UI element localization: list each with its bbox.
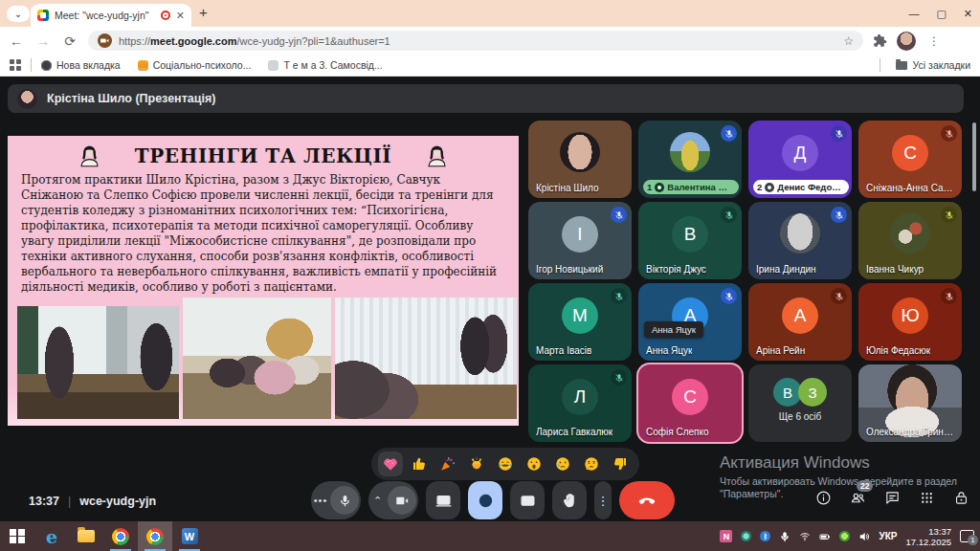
taskbar-clock[interactable]: 13:3717.12.2025 — [905, 526, 951, 547]
participant-tile[interactable]: Іванна Чикур — [858, 202, 962, 279]
overflow-participant-avatar: З — [798, 378, 827, 407]
reactions-button[interactable] — [468, 481, 502, 519]
address-bar[interactable]: https://meet.google.com/wce-yudg-yjn?pli… — [88, 31, 863, 51]
reaction-thumbs-down-button[interactable] — [608, 452, 633, 476]
mic-options-icon[interactable]: ••• — [311, 495, 330, 506]
slide-title: ТРЕНІНГИ ТА ЛЕКЦІЇ — [135, 144, 391, 167]
participant-tile[interactable]: ІІгор Новицький — [528, 202, 632, 279]
camera-options-icon[interactable]: ⌃ — [368, 495, 388, 507]
chat-button[interactable] — [884, 490, 901, 510]
start-button[interactable] — [0, 521, 34, 551]
participant-tile[interactable]: ЮЮлія Федасюк — [858, 283, 962, 361]
raise-hand-button[interactable] — [552, 481, 587, 519]
window-minimize-button[interactable]: — — [908, 8, 919, 19]
participant-tile[interactable]: ЛЛариса Гавкалюк — [528, 364, 632, 442]
end-call-button[interactable] — [619, 481, 675, 519]
browser-tab-meet[interactable]: Meet: "wce-yudg-yjn" ✕ — [31, 4, 191, 27]
camera-button[interactable]: ⌃ — [368, 481, 418, 519]
mic-muted-icon — [831, 288, 847, 304]
reaction-wow-button[interactable] — [522, 452, 546, 476]
host-controls-button[interactable] — [953, 490, 969, 510]
site-camera-icon — [98, 33, 112, 48]
tab-search-button[interactable]: ⌄ — [7, 6, 30, 22]
participant-tile[interactable]: Д2Денис Федорняк — [748, 121, 852, 198]
participant-tile[interactable]: Олександра Гринчук — [858, 364, 962, 442]
participant-name: Вікторія Джус — [646, 264, 706, 275]
chrome-icon[interactable] — [103, 521, 138, 551]
participant-tile[interactable]: ССофія Слепко — [638, 364, 742, 442]
participant-tile[interactable]: ВЗЩе 6 осіб — [748, 364, 852, 442]
forward-button[interactable]: → — [34, 33, 52, 49]
present-screen-button[interactable] — [426, 481, 460, 519]
reaction-cry-button[interactable] — [550, 452, 575, 476]
participant-tile[interactable]: ССніжана-Анна Савчук — [858, 121, 962, 198]
word-icon[interactable]: W — [172, 521, 207, 551]
back-button[interactable]: ← — [8, 33, 25, 49]
notification-center-icon[interactable]: 1 — [960, 530, 974, 542]
reaction-heart-button[interactable] — [378, 452, 403, 476]
battery-icon[interactable] — [819, 531, 831, 542]
chrome-active-icon[interactable] — [138, 521, 172, 551]
participant-name: Лариса Гавкалюк — [536, 427, 612, 437]
apps-grid-icon[interactable] — [10, 59, 21, 71]
reaction-joy-button[interactable] — [493, 452, 518, 476]
participant-initial-avatar: С — [672, 379, 708, 415]
language-indicator[interactable]: УКР — [879, 531, 897, 541]
participant-tile[interactable]: Крістіна Шило — [528, 121, 632, 198]
bookmark-item[interactable]: Т е м а 3. Самосвід... — [268, 59, 382, 71]
participant-tile[interactable]: ААнна ЯцукАнна Яцук — [638, 283, 742, 361]
browser-tab-strip: ⌄ Meet: "wce-yudg-yjn" ✕ + — ▢ ✕ — [0, 0, 980, 27]
reaction-thumbs-up-button[interactable] — [407, 452, 432, 476]
bookmark-item[interactable]: Соціально-психоло... — [138, 59, 252, 71]
wifi-icon[interactable] — [799, 531, 811, 542]
file-explorer-icon[interactable] — [69, 521, 103, 551]
bookmark-item[interactable]: Нова вкладка — [41, 59, 121, 71]
all-bookmarks-button[interactable]: Усі закладки — [880, 58, 970, 72]
presenter-banner[interactable]: Крістіна Шило (Презентація) — [8, 84, 964, 113]
tab-close-icon[interactable]: ✕ — [176, 10, 185, 22]
new-tab-button[interactable]: + — [199, 4, 208, 20]
participant-initial-avatar: А — [782, 298, 818, 334]
participant-tile[interactable]: Ірина Диндин — [748, 202, 852, 279]
window-close-button[interactable]: ✕ — [964, 8, 972, 20]
bluetooth-icon[interactable]: ᛒ — [760, 531, 770, 541]
meeting-details-button[interactable] — [815, 490, 832, 510]
folder-icon — [896, 61, 907, 70]
more-options-button[interactable]: ⋮ — [594, 481, 612, 519]
reaction-thinking-button[interactable] — [579, 452, 604, 476]
bookmark-star-icon[interactable]: ☆ — [843, 34, 854, 48]
divider — [880, 58, 880, 72]
participant-name: Ірина Диндин — [756, 264, 816, 275]
microphone-tray-icon[interactable] — [779, 531, 791, 542]
participant-tile[interactable]: ААріна Рейн — [748, 283, 852, 361]
reaction-clap-button[interactable] — [464, 452, 489, 476]
extensions-icon[interactable] — [873, 33, 887, 48]
vpn-tray-icon[interactable] — [839, 531, 850, 541]
all-bookmarks-label: Усі закладки — [913, 59, 970, 71]
reaction-party-button[interactable] — [435, 452, 460, 476]
participant-tooltip: Анна Яцук — [644, 321, 703, 338]
doc-icon — [268, 60, 278, 71]
participant-tile[interactable]: ВВікторія Джус — [638, 202, 742, 279]
microphone-button[interactable]: ••• — [311, 481, 361, 519]
window-maximize-button[interactable]: ▢ — [936, 8, 946, 20]
activities-button[interactable] — [919, 490, 935, 510]
profile-avatar[interactable] — [897, 32, 916, 51]
edge-icon[interactable]: e — [34, 521, 69, 551]
participant-initial-avatar: Ю — [892, 298, 928, 334]
participant-tile[interactable]: 1Валентина Сала... — [638, 121, 742, 198]
system-tray: N ᛒ УКР 13:3717.12.2025 1 — [720, 521, 980, 551]
browser-menu-button[interactable]: ⋮ — [925, 34, 943, 48]
grid-scrollbar[interactable] — [972, 122, 976, 191]
reload-button[interactable]: ⟳ — [61, 33, 78, 49]
captions-button[interactable] — [510, 481, 545, 519]
bookmark-label: Нова вкладка — [56, 59, 121, 71]
notion-tray-icon[interactable]: N — [720, 530, 732, 542]
tray-app-icon[interactable] — [741, 531, 751, 541]
classroom-photo — [335, 298, 517, 419]
speaker-icon — [655, 183, 664, 192]
person-icon — [424, 143, 450, 168]
people-button[interactable]: 22 — [850, 490, 866, 510]
participant-tile[interactable]: ММарта Івасів — [528, 283, 632, 361]
volume-icon[interactable] — [858, 531, 870, 542]
